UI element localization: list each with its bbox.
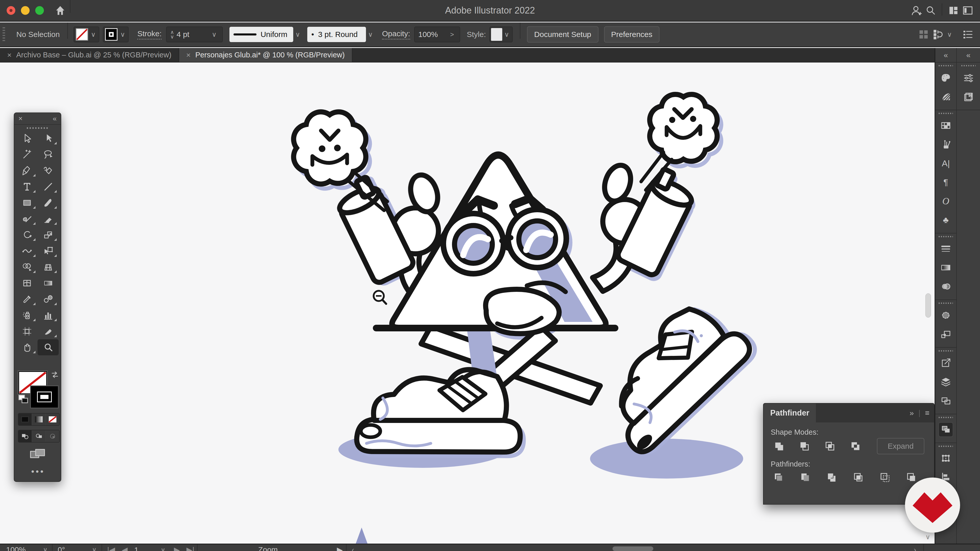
- screen-mode-button[interactable]: [29, 447, 46, 462]
- trim-button[interactable]: [798, 470, 813, 485]
- dock-grip[interactable]: [939, 417, 953, 418]
- close-panel-icon[interactable]: ×: [18, 114, 22, 123]
- opacity-panel-icon[interactable]: O: [939, 194, 953, 208]
- export-panel-icon[interactable]: [939, 356, 953, 370]
- chevron-down-icon[interactable]: ∨: [293, 30, 302, 38]
- outline-button[interactable]: [877, 470, 893, 485]
- direct-selection-tool[interactable]: [38, 130, 59, 146]
- symbols-panel-icon[interactable]: ♣: [939, 213, 953, 227]
- exclude-button[interactable]: [848, 438, 863, 454]
- collapse-dock-icon[interactable]: «: [957, 48, 980, 62]
- zoom-level-select[interactable]: 100% ∨: [6, 545, 49, 551]
- rotate-tool[interactable]: [16, 227, 38, 243]
- symbol-sprayer-tool[interactable]: [16, 307, 38, 323]
- libraries-panel-icon[interactable]: [961, 89, 976, 104]
- control-panel-menu-icon[interactable]: [961, 27, 975, 41]
- scroll-down-icon[interactable]: ∨: [925, 533, 930, 541]
- dock-grip[interactable]: [939, 446, 953, 447]
- stroke-weight-stepper[interactable]: ∧∨: [170, 30, 174, 39]
- character-panel-icon[interactable]: A|: [939, 156, 953, 171]
- rectangle-tool[interactable]: [16, 195, 38, 211]
- vertical-scrollbar-thumb[interactable]: [925, 293, 931, 318]
- chevron-down-icon[interactable]: ∨: [945, 30, 954, 38]
- last-artboard-button[interactable]: ▶|: [186, 545, 194, 551]
- slice-tool[interactable]: [38, 323, 59, 339]
- collapse-panel-icon[interactable]: «: [52, 114, 57, 123]
- stroke-weight-link[interactable]: Stroke:: [137, 29, 162, 40]
- color-mode-button[interactable]: [18, 413, 32, 425]
- swatches-panel-icon[interactable]: [939, 118, 953, 133]
- artboard-tool[interactable]: [16, 323, 38, 339]
- brushes-panel-icon[interactable]: [939, 137, 953, 152]
- scale-tool[interactable]: [38, 227, 59, 243]
- search-icon[interactable]: [923, 3, 938, 17]
- style-swatch-control[interactable]: ∨: [490, 27, 513, 42]
- transform-panel-icon[interactable]: [939, 327, 953, 341]
- stroke-panel-icon[interactable]: [939, 241, 953, 256]
- perspective-grid-tool[interactable]: [38, 259, 59, 275]
- properties-panel-icon[interactable]: [961, 70, 976, 85]
- next-artboard-button[interactable]: ▶: [174, 545, 180, 551]
- close-tab-icon[interactable]: ×: [186, 51, 191, 59]
- draw-normal-button[interactable]: [18, 430, 32, 442]
- hand-tool[interactable]: [16, 339, 38, 355]
- collapse-to-icons-icon[interactable]: »: [910, 409, 914, 417]
- rotation-select[interactable]: 0° ∨: [58, 545, 99, 551]
- chevron-down-icon[interactable]: ∨: [366, 30, 375, 38]
- minus-front-button[interactable]: [797, 438, 812, 454]
- color-panel-icon[interactable]: [939, 70, 953, 85]
- home-icon[interactable]: [53, 3, 67, 17]
- tab-personajes[interactable]: × Personajes Glub.ai* @ 100 % (RGB/Previ…: [179, 48, 352, 62]
- mesh-tool[interactable]: [16, 275, 38, 291]
- opacity-value[interactable]: 100%: [418, 30, 438, 39]
- account-icon[interactable]: [909, 3, 923, 17]
- draw-inside-button[interactable]: [46, 430, 59, 442]
- dock-grip[interactable]: [939, 350, 953, 351]
- stroke-swatch[interactable]: [30, 386, 59, 408]
- crop-button[interactable]: [851, 470, 866, 485]
- document-window-icon[interactable]: [961, 3, 975, 17]
- gradient-mode-button[interactable]: [32, 413, 45, 425]
- dock-grip[interactable]: [939, 303, 953, 304]
- color-guide-panel-icon[interactable]: [939, 89, 953, 104]
- minimize-window-button[interactable]: [21, 6, 30, 15]
- line-segment-tool[interactable]: [38, 179, 59, 195]
- magic-wand-panel-icon[interactable]: [939, 308, 953, 323]
- document-canvas[interactable]: ∨ × «: [0, 62, 935, 544]
- workspace-switcher-icon[interactable]: [931, 27, 945, 41]
- edit-toolbar-button[interactable]: •••: [14, 467, 62, 476]
- arrange-documents-grid-icon[interactable]: [916, 27, 931, 41]
- shaper-tool[interactable]: [16, 211, 38, 227]
- arrange-documents-icon[interactable]: [946, 3, 961, 17]
- status-indicator[interactable]: Zoom: [202, 545, 334, 551]
- swap-fill-stroke-icon[interactable]: [50, 370, 60, 381]
- artboards-panel-icon[interactable]: [939, 393, 953, 408]
- draw-behind-button[interactable]: [32, 430, 45, 442]
- panel-grip[interactable]: [27, 127, 48, 129]
- dock-grip[interactable]: [939, 236, 953, 237]
- free-transform-tool[interactable]: [38, 243, 59, 259]
- close-tab-icon[interactable]: ×: [7, 51, 12, 59]
- transparency-panel-icon[interactable]: [939, 279, 953, 294]
- paragraph-panel-icon[interactable]: ¶: [939, 175, 953, 189]
- horizontal-scrollbar-thumb[interactable]: [612, 546, 653, 551]
- eyedropper-tool[interactable]: [16, 291, 38, 307]
- selection-tool[interactable]: [16, 130, 38, 146]
- scroll-right-button[interactable]: ›: [914, 545, 916, 551]
- brush-definition-dropdown[interactable]: • 3 pt. Round: [307, 27, 366, 42]
- fill-color-control[interactable]: ∨: [73, 27, 99, 42]
- blend-tool[interactable]: [38, 291, 59, 307]
- preferences-button[interactable]: Preferences: [604, 26, 660, 43]
- eraser-tool[interactable]: [38, 211, 59, 227]
- artboard-number-field[interactable]: 1: [134, 546, 152, 551]
- stroke-color-control[interactable]: ∨: [103, 27, 129, 42]
- opacity-link[interactable]: Opacity:: [382, 29, 410, 40]
- panel-menu-icon[interactable]: ≡: [925, 409, 929, 417]
- magic-wand-tool[interactable]: [16, 146, 38, 162]
- paintbrush-tool[interactable]: [38, 195, 59, 211]
- pen-tool[interactable]: [16, 162, 38, 179]
- stroke-weight-field[interactable]: ∧∨ 4 pt ∨: [166, 27, 223, 42]
- none-mode-button[interactable]: [46, 413, 59, 425]
- type-tool[interactable]: [16, 179, 38, 195]
- unite-button[interactable]: [771, 438, 787, 454]
